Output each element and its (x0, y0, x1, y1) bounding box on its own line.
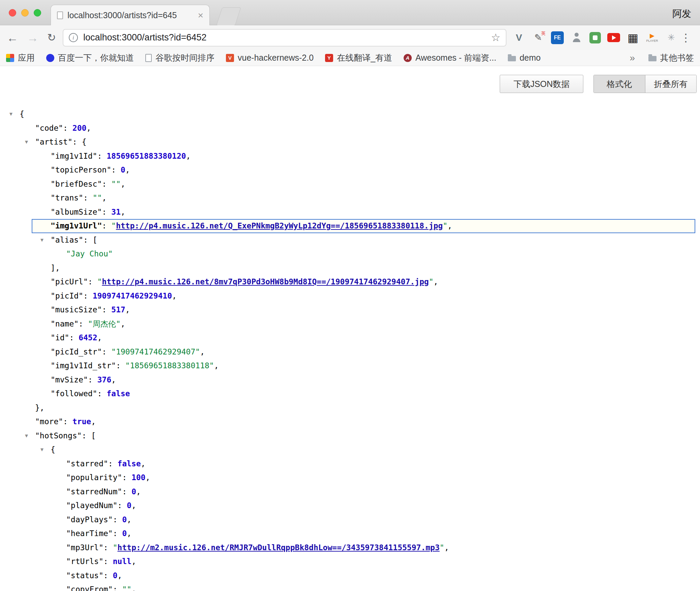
json-token: "albumSize" (51, 208, 102, 216)
paw-extension-icon[interactable]: ✳ (665, 31, 678, 44)
json-token: : (122, 487, 132, 496)
back-icon[interactable]: ← (7, 32, 18, 43)
tab-close-icon[interactable]: × (198, 10, 203, 21)
json-line: ▼"alias": [ (0, 233, 700, 247)
browser-toolbar: ← → ↻ i localhost:3000/artists?id=6452 ☆… (0, 25, 700, 50)
bookmark-item[interactable]: Vvue-hackernews-2.0 (226, 53, 314, 63)
json-token: "rtUrls" (66, 557, 104, 566)
json-token: true (72, 417, 91, 426)
browser-window: localhost:3000/artists?id=645 × 阿发 ← → ↻… (0, 0, 700, 591)
json-token: , (127, 515, 132, 524)
awesomes-icon: A (404, 54, 412, 62)
collapse-arrow-icon[interactable]: ▼ (25, 135, 28, 149)
baidu-icon (46, 54, 54, 62)
json-line: ▼"hotSongs": [ (0, 429, 700, 443)
json-token: : (88, 277, 97, 286)
json-token: , (121, 319, 125, 328)
json-token: 6452 (79, 333, 97, 342)
bookmark-item[interactable]: 百度一下，你就知道 (46, 52, 134, 63)
bookmark-item[interactable]: Y在线翻译_有道 (325, 52, 392, 63)
json-token: "artist" (35, 137, 72, 146)
json-line: "trans": "", (0, 191, 700, 205)
json-token: "dayPlays" (66, 515, 113, 524)
json-token: { (51, 445, 55, 454)
bookmark-item[interactable]: AAwesomes - 前端资... (404, 52, 496, 63)
bookmark-item[interactable]: 谷歌按时间排序 (145, 52, 214, 63)
json-line: "more": true, (0, 415, 700, 429)
bookmark-label: demo (520, 53, 541, 63)
zoom-window-button[interactable] (34, 9, 41, 17)
json-token: "Jay Chou" (66, 249, 113, 258)
player-caption: PLAYER (646, 39, 658, 42)
json-url-link[interactable]: http://m2.music.126.net/RMJR7wDullRqppBk… (117, 543, 439, 552)
bookmark-label: vue-hackernews-2.0 (238, 53, 314, 63)
collapse-arrow-icon[interactable]: ▼ (25, 429, 28, 443)
close-window-button[interactable] (9, 9, 16, 17)
collapse-all-button[interactable]: 折叠所有 (645, 75, 697, 93)
json-token: 200 (72, 124, 87, 132)
collapse-arrow-icon[interactable]: ▼ (9, 107, 12, 121)
address-bar[interactable]: i localhost:3000/artists?id=6452 ☆ (63, 29, 506, 46)
lang-badge: 英 (541, 30, 546, 36)
json-token: "musicSize" (51, 305, 102, 314)
json-token: "topicPerson" (51, 165, 111, 174)
info-icon[interactable]: i (69, 33, 78, 42)
forward-icon[interactable]: → (27, 32, 38, 43)
url-text[interactable]: localhost:3000/artists?id=6452 (83, 32, 207, 43)
json-token: , (125, 305, 130, 314)
json-token: 0 (113, 571, 117, 580)
player-extension-icon[interactable]: ▶ PLAYER (646, 31, 659, 44)
json-token: , (121, 180, 125, 188)
json-token: " (113, 543, 117, 552)
json-token: 517 (111, 305, 125, 314)
format-button[interactable]: 格式化 (594, 75, 645, 93)
json-token: "mp3Url" (66, 543, 104, 552)
json-token: : (97, 152, 107, 160)
youtube-extension-icon[interactable] (607, 33, 620, 42)
pen-icon: ✎ (534, 32, 542, 43)
collapse-arrow-icon[interactable]: ▼ (40, 443, 43, 457)
bookmark-label: 应用 (18, 52, 35, 63)
browser-tab[interactable]: localhost:3000/artists?id=645 × (51, 5, 210, 26)
json-token: 0 (132, 487, 136, 496)
bookmark-label: Awesomes - 前端资... (415, 52, 496, 63)
json-token: , (97, 333, 102, 342)
json-token: 0 (122, 529, 127, 538)
fehelper-extension-icon[interactable]: FE (551, 31, 564, 44)
json-line: "hearTime": 0, (0, 527, 700, 541)
qrcode-extension-icon[interactable]: ▦ (626, 31, 639, 44)
json-line: "name": "周杰伦", (0, 317, 700, 331)
v-mark-extension-icon[interactable]: V (513, 31, 525, 44)
json-line: "followed": false (0, 387, 700, 401)
bookmark-star-icon[interactable]: ☆ (491, 31, 500, 44)
other-bookmarks[interactable]: 其他书签 (648, 52, 694, 63)
shield-extension-icon[interactable] (589, 32, 601, 43)
json-url-link[interactable]: http://p4.music.126.net/Q_ExePNkmgB2yWyL… (116, 221, 443, 230)
bookmarks-bar: 应用百度一下，你就知道谷歌按时间排序Vvue-hackernews-2.0Y在线… (6, 52, 552, 63)
bookmarks-overflow-icon[interactable]: » (630, 53, 635, 63)
bookmark-item[interactable]: 应用 (6, 52, 35, 63)
json-token: "followed" (51, 389, 97, 398)
play-icon: ▶ (650, 33, 654, 39)
reload-icon[interactable]: ↻ (47, 32, 56, 43)
json-token: 18569651883380120 (107, 152, 186, 160)
json-url-link[interactable]: http://p4.music.126.net/8mv7qP30Pd3oHW8b… (102, 277, 429, 286)
json-token: , (127, 529, 132, 538)
minimize-window-button[interactable] (21, 9, 29, 17)
collapse-arrow-icon[interactable]: ▼ (40, 233, 43, 247)
json-line: }, (0, 401, 700, 415)
person-extension-icon[interactable] (570, 31, 583, 44)
json-token: "alias" (51, 236, 83, 244)
bookmark-item[interactable]: demo (508, 53, 541, 63)
json-line: "picId": 19097417462929410, (0, 289, 700, 303)
apps-icon (6, 54, 14, 62)
json-token: "name" (51, 319, 79, 328)
youdao-icon: Y (325, 54, 333, 62)
browser-menu-icon[interactable]: ⋮ (680, 31, 692, 44)
new-tab-button[interactable] (216, 7, 241, 26)
json-token: , (141, 459, 146, 468)
translate-extension-icon[interactable]: ✎ 英 (532, 31, 545, 44)
download-json-button[interactable]: 下载JSON数据 (500, 75, 583, 93)
profile-name[interactable]: 阿发 (672, 7, 691, 20)
json-token: , (145, 473, 150, 482)
